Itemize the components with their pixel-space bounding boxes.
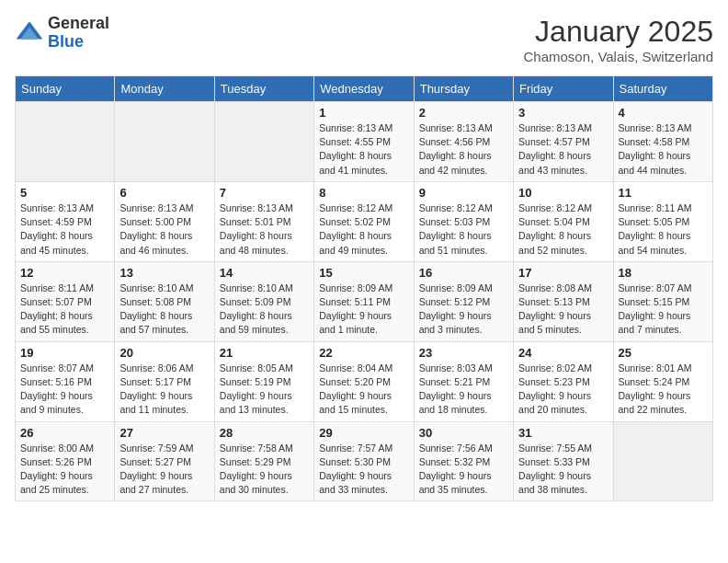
day-info: Sunrise: 7:57 AM Sunset: 5:30 PM Dayligh…: [319, 442, 408, 498]
day-number: 18: [619, 266, 708, 280]
day-info: Sunrise: 8:07 AM Sunset: 5:16 PM Dayligh…: [20, 362, 109, 418]
week-row-0: 1Sunrise: 8:13 AM Sunset: 4:55 PM Daylig…: [16, 102, 713, 182]
day-info: Sunrise: 8:10 AM Sunset: 5:09 PM Dayligh…: [220, 282, 309, 338]
day-number: 16: [419, 266, 508, 280]
header-sunday: Sunday: [16, 76, 115, 102]
day-number: 5: [20, 186, 109, 200]
day-info: Sunrise: 8:06 AM Sunset: 5:17 PM Dayligh…: [119, 362, 209, 418]
day-info: Sunrise: 8:13 AM Sunset: 5:01 PM Dayligh…: [220, 201, 309, 258]
day-info: Sunrise: 7:59 AM Sunset: 5:27 PM Dayligh…: [119, 442, 209, 498]
day-number: 21: [220, 346, 309, 360]
day-info: Sunrise: 8:10 AM Sunset: 5:08 PM Dayligh…: [119, 282, 209, 338]
day-info: Sunrise: 8:03 AM Sunset: 5:21 PM Dayligh…: [419, 362, 508, 418]
day-info: Sunrise: 8:13 AM Sunset: 4:55 PM Dayligh…: [319, 121, 408, 178]
header-saturday: Saturday: [613, 76, 712, 102]
header-wednesday: Wednesday: [314, 76, 414, 102]
day-info: Sunrise: 8:04 AM Sunset: 5:20 PM Dayligh…: [319, 362, 408, 418]
calendar-body: 1Sunrise: 8:13 AM Sunset: 4:55 PM Daylig…: [16, 102, 713, 501]
day-info: Sunrise: 8:13 AM Sunset: 4:56 PM Dayligh…: [419, 121, 508, 178]
day-number: 14: [220, 266, 309, 280]
day-number: 22: [319, 346, 408, 360]
day-info: Sunrise: 8:09 AM Sunset: 5:11 PM Dayligh…: [319, 282, 408, 338]
day-number: 1: [319, 106, 408, 120]
day-cell: 1Sunrise: 8:13 AM Sunset: 4:55 PM Daylig…: [314, 102, 414, 182]
calendar-title: January 2025: [524, 15, 713, 49]
page-header: General Blue January 2025 Chamoson, Vala…: [15, 15, 713, 64]
day-cell: 17Sunrise: 8:08 AM Sunset: 5:13 PM Dayli…: [514, 261, 613, 341]
calendar-subtitle: Chamoson, Valais, Switzerland: [524, 49, 713, 64]
day-cell: 5Sunrise: 8:13 AM Sunset: 4:59 PM Daylig…: [16, 181, 115, 261]
day-number: 25: [619, 346, 708, 360]
day-number: 28: [220, 426, 309, 440]
header-row: SundayMondayTuesdayWednesdayThursdayFrid…: [16, 76, 713, 102]
day-cell: 10Sunrise: 8:12 AM Sunset: 5:04 PM Dayli…: [514, 181, 613, 261]
week-row-3: 19Sunrise: 8:07 AM Sunset: 5:16 PM Dayli…: [16, 341, 713, 421]
day-number: 2: [419, 106, 508, 120]
day-cell: 2Sunrise: 8:13 AM Sunset: 4:56 PM Daylig…: [414, 102, 513, 182]
day-info: Sunrise: 8:11 AM Sunset: 5:07 PM Dayligh…: [20, 282, 109, 338]
day-number: 19: [20, 346, 109, 360]
header-thursday: Thursday: [414, 76, 513, 102]
day-cell: [214, 102, 313, 182]
day-number: 10: [518, 186, 608, 200]
header-tuesday: Tuesday: [214, 76, 313, 102]
day-cell: 30Sunrise: 7:56 AM Sunset: 5:32 PM Dayli…: [414, 421, 513, 501]
day-info: Sunrise: 8:12 AM Sunset: 5:02 PM Dayligh…: [319, 201, 408, 258]
day-cell: 7Sunrise: 8:13 AM Sunset: 5:01 PM Daylig…: [214, 181, 313, 261]
day-cell: 23Sunrise: 8:03 AM Sunset: 5:21 PM Dayli…: [414, 341, 513, 421]
day-cell: 21Sunrise: 8:05 AM Sunset: 5:19 PM Dayli…: [214, 341, 313, 421]
day-info: Sunrise: 8:08 AM Sunset: 5:13 PM Dayligh…: [518, 282, 608, 338]
day-cell: [16, 102, 115, 182]
day-cell: 29Sunrise: 7:57 AM Sunset: 5:30 PM Dayli…: [314, 421, 414, 501]
day-info: Sunrise: 8:12 AM Sunset: 5:04 PM Dayligh…: [518, 201, 608, 258]
day-cell: 22Sunrise: 8:04 AM Sunset: 5:20 PM Dayli…: [314, 341, 414, 421]
day-info: Sunrise: 8:01 AM Sunset: 5:24 PM Dayligh…: [619, 362, 708, 418]
day-number: 24: [518, 346, 608, 360]
day-info: Sunrise: 8:07 AM Sunset: 5:15 PM Dayligh…: [619, 282, 708, 338]
day-cell: 6Sunrise: 8:13 AM Sunset: 5:00 PM Daylig…: [115, 181, 214, 261]
day-info: Sunrise: 8:13 AM Sunset: 4:58 PM Dayligh…: [619, 121, 708, 178]
week-row-1: 5Sunrise: 8:13 AM Sunset: 4:59 PM Daylig…: [16, 181, 713, 261]
day-number: 20: [119, 346, 209, 360]
day-cell: [115, 102, 214, 182]
day-info: Sunrise: 8:00 AM Sunset: 5:26 PM Dayligh…: [20, 442, 109, 498]
day-cell: 8Sunrise: 8:12 AM Sunset: 5:02 PM Daylig…: [314, 181, 414, 261]
day-info: Sunrise: 7:56 AM Sunset: 5:32 PM Dayligh…: [419, 442, 508, 498]
day-cell: 24Sunrise: 8:02 AM Sunset: 5:23 PM Dayli…: [514, 341, 613, 421]
week-row-4: 26Sunrise: 8:00 AM Sunset: 5:26 PM Dayli…: [16, 421, 713, 501]
day-number: 4: [619, 106, 708, 120]
day-cell: 28Sunrise: 7:58 AM Sunset: 5:29 PM Dayli…: [214, 421, 313, 501]
day-number: 26: [20, 426, 109, 440]
day-cell: 3Sunrise: 8:13 AM Sunset: 4:57 PM Daylig…: [514, 102, 613, 182]
day-cell: 20Sunrise: 8:06 AM Sunset: 5:17 PM Dayli…: [115, 341, 214, 421]
day-number: 8: [319, 186, 408, 200]
day-cell: 9Sunrise: 8:12 AM Sunset: 5:03 PM Daylig…: [414, 181, 513, 261]
day-info: Sunrise: 8:12 AM Sunset: 5:03 PM Dayligh…: [419, 201, 508, 258]
day-info: Sunrise: 7:58 AM Sunset: 5:29 PM Dayligh…: [220, 442, 309, 498]
day-cell: 25Sunrise: 8:01 AM Sunset: 5:24 PM Dayli…: [613, 341, 712, 421]
day-cell: 13Sunrise: 8:10 AM Sunset: 5:08 PM Dayli…: [115, 261, 214, 341]
calendar-header: SundayMondayTuesdayWednesdayThursdayFrid…: [16, 76, 713, 102]
day-cell: 15Sunrise: 8:09 AM Sunset: 5:11 PM Dayli…: [314, 261, 414, 341]
day-number: 31: [518, 426, 608, 440]
day-cell: [613, 421, 712, 501]
day-number: 12: [20, 266, 109, 280]
day-info: Sunrise: 8:13 AM Sunset: 4:59 PM Dayligh…: [20, 201, 109, 258]
day-cell: 19Sunrise: 8:07 AM Sunset: 5:16 PM Dayli…: [16, 341, 115, 421]
day-cell: 26Sunrise: 8:00 AM Sunset: 5:26 PM Dayli…: [16, 421, 115, 501]
day-cell: 27Sunrise: 7:59 AM Sunset: 5:27 PM Dayli…: [115, 421, 214, 501]
day-number: 29: [319, 426, 408, 440]
day-info: Sunrise: 8:09 AM Sunset: 5:12 PM Dayligh…: [419, 282, 508, 338]
day-number: 30: [419, 426, 508, 440]
day-cell: 12Sunrise: 8:11 AM Sunset: 5:07 PM Dayli…: [16, 261, 115, 341]
day-number: 17: [518, 266, 608, 280]
day-number: 27: [119, 426, 209, 440]
day-number: 11: [619, 186, 708, 200]
day-info: Sunrise: 8:02 AM Sunset: 5:23 PM Dayligh…: [518, 362, 608, 418]
week-row-2: 12Sunrise: 8:11 AM Sunset: 5:07 PM Dayli…: [16, 261, 713, 341]
logo: General Blue: [15, 15, 109, 52]
logo-text: General Blue: [48, 15, 109, 52]
header-friday: Friday: [514, 76, 613, 102]
day-cell: 14Sunrise: 8:10 AM Sunset: 5:09 PM Dayli…: [214, 261, 313, 341]
day-number: 23: [419, 346, 508, 360]
